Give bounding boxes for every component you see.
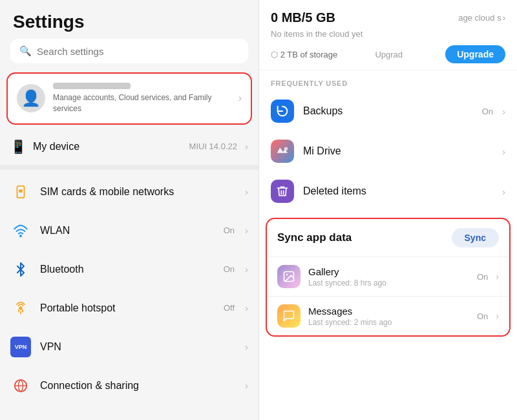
deleted-label: Deleted items [303, 185, 493, 197]
svg-point-3 [19, 306, 23, 310]
messages-status: On [477, 311, 488, 321]
sync-header: Sync app data Sync [267, 219, 509, 257]
chevron-right-icon: › [245, 264, 248, 275]
midrive-icon [271, 140, 294, 163]
deleted-icon [271, 180, 294, 203]
gallery-sync-time: Last synced: 8 hrs ago [308, 278, 469, 288]
cloud-empty-text: No items in the cloud yet [271, 29, 505, 39]
wlan-status: On [224, 226, 235, 235]
account-info: Manage accounts, Cloud services, and Fam… [53, 83, 231, 114]
chevron-right-icon: › [245, 380, 248, 391]
chevron-right-icon: › [502, 186, 505, 197]
gallery-info: Gallery Last synced: 8 hrs ago [308, 266, 469, 288]
settings-item-vpn[interactable]: VPN VPN › [0, 328, 258, 366]
chevron-right-icon: › [502, 146, 505, 157]
account-description: Manage accounts, Cloud services, and Fam… [53, 92, 231, 114]
device-label: My device [33, 141, 183, 152]
chevron-right-icon: › [245, 186, 248, 197]
account-name-blurred [53, 83, 131, 89]
wifi-icon [10, 220, 31, 241]
settings-item-bluetooth[interactable]: Bluetooth On › [0, 250, 258, 289]
storage-info: ⬡ 2 TB of storage [271, 50, 337, 59]
chevron-right-icon: › [245, 341, 248, 352]
chevron-right-icon: › [503, 13, 505, 23]
chevron-right-icon: › [245, 141, 248, 152]
right-item-deleted[interactable]: Deleted items › [259, 171, 517, 211]
page-title: Settings [0, 0, 258, 39]
svg-point-8 [286, 274, 288, 276]
vpn-icon: VPN [10, 337, 31, 357]
settings-list: SIM cards & mobile networks › WLAN On › … [0, 173, 258, 405]
wlan-label: WLAN [40, 225, 215, 236]
sync-section: Sync app data Sync Gallery Last synced: … [266, 218, 511, 337]
sim-label: SIM cards & mobile networks [40, 186, 235, 198]
sync-item-messages[interactable]: Messages Last synced: 2 mins ago On › [267, 296, 509, 335]
messages-icon [277, 304, 301, 328]
midrive-label: Mi Drive [303, 145, 493, 157]
cloud-upgrade-row: ⬡ 2 TB of storage Upgrad Upgrade [271, 45, 505, 63]
chevron-right-icon: › [502, 106, 505, 117]
avatar: 👤 [17, 84, 45, 112]
chevron-right-icon: › [496, 311, 499, 321]
cloud-storage-row: 0 MB/5 GB age cloud s › [271, 10, 505, 25]
settings-item-wlan[interactable]: WLAN On › [0, 211, 258, 250]
account-card[interactable]: 👤 Manage accounts, Cloud services, and F… [6, 72, 252, 125]
right-item-midrive[interactable]: Mi Drive › [259, 131, 517, 171]
chevron-right-icon: › [496, 271, 499, 282]
connection-label: Connection & sharing [40, 380, 235, 392]
my-device-row[interactable]: 📱 My device MIUI 14.0.22 › [0, 131, 258, 162]
sim-icon [10, 182, 31, 202]
svg-rect-1 [19, 189, 23, 193]
gallery-label: Gallery [308, 266, 469, 277]
left-panel: Settings 🔍 👤 Manage accounts, Cloud serv… [0, 0, 258, 420]
cloud-link[interactable]: age cloud s › [458, 13, 505, 23]
connection-icon [10, 375, 31, 396]
device-icon: 📱 [10, 139, 26, 154]
settings-item-hotspot[interactable]: Portable hotspot Off › [0, 289, 258, 328]
sync-button[interactable]: Sync [452, 228, 499, 247]
search-icon: 🔍 [19, 45, 32, 57]
messages-label: Messages [308, 306, 469, 317]
settings-item-sim[interactable]: SIM cards & mobile networks › [0, 173, 258, 211]
search-input[interactable] [37, 46, 239, 57]
settings-item-connection[interactable]: Connection & sharing › [0, 366, 258, 405]
search-bar[interactable]: 🔍 [10, 39, 248, 63]
upgrade-prefix: Upgrad [375, 50, 403, 59]
chevron-right-icon: › [245, 225, 248, 236]
cloud-storage-amount: 0 MB/5 GB [271, 10, 335, 25]
messages-info: Messages Last synced: 2 mins ago [308, 306, 469, 327]
hotspot-icon [10, 298, 31, 319]
bluetooth-icon [10, 259, 31, 280]
chevron-right-icon: › [238, 92, 242, 104]
cloud-header: 0 MB/5 GB age cloud s › No items in the … [259, 0, 517, 70]
right-item-backups[interactable]: Backups On › [259, 91, 517, 131]
chevron-right-icon: › [245, 302, 248, 313]
person-icon: 👤 [21, 89, 41, 107]
section-divider [0, 165, 258, 170]
sync-title: Sync app data [277, 231, 352, 244]
gallery-status: On [477, 272, 488, 282]
hotspot-label: Portable hotspot [40, 302, 215, 314]
sync-item-gallery[interactable]: Gallery Last synced: 8 hrs ago On › [267, 257, 509, 296]
svg-point-2 [20, 235, 21, 236]
hotspot-status: Off [224, 303, 235, 313]
bluetooth-status: On [224, 264, 235, 274]
device-version: MIUI 14.0.22 [189, 142, 237, 151]
right-panel: 0 MB/5 GB age cloud s › No items in the … [258, 0, 517, 420]
frequently-used-label: FREQUENTLY USED [259, 70, 517, 91]
bluetooth-label: Bluetooth [40, 264, 215, 275]
gallery-icon [277, 265, 301, 288]
messages-sync-time: Last synced: 2 mins ago [308, 318, 469, 327]
vpn-label: VPN [40, 341, 235, 353]
backups-label: Backups [303, 105, 473, 117]
svg-point-6 [284, 147, 288, 151]
upgrade-button[interactable]: Upgrade [445, 45, 505, 63]
backups-status: On [482, 107, 493, 116]
backups-icon [271, 100, 294, 123]
